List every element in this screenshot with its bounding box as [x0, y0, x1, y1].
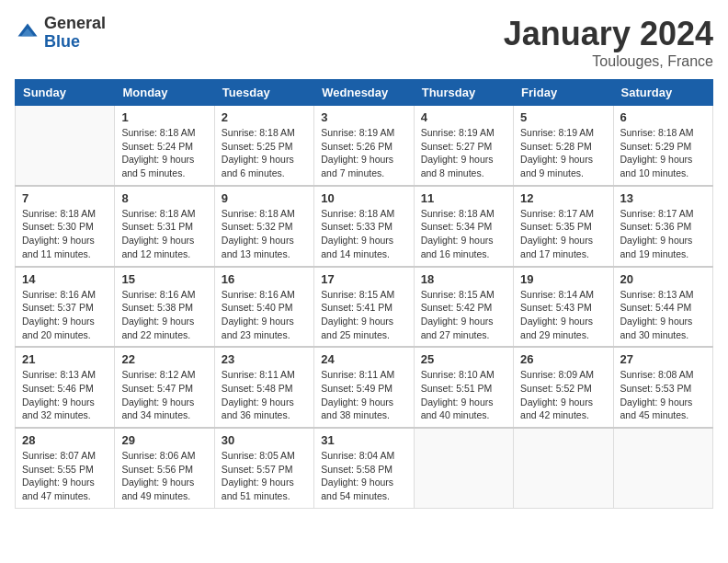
day-info: Sunrise: 8:11 AMSunset: 5:49 PMDaylight:…	[321, 368, 406, 422]
day-info: Sunrise: 8:18 AMSunset: 5:31 PMDaylight:…	[121, 207, 207, 261]
day-number: 30	[222, 433, 307, 447]
day-number: 27	[620, 352, 706, 366]
header-wednesday: Wednesday	[314, 80, 414, 106]
table-row: 27Sunrise: 8:08 AMSunset: 5:53 PMDayligh…	[613, 347, 712, 428]
page-header: General Blue January 2024 Toulouges, Fra…	[15, 15, 713, 70]
table-row: 12Sunrise: 8:17 AMSunset: 5:35 PMDayligh…	[514, 186, 613, 267]
day-info: Sunrise: 8:18 AMSunset: 5:25 PMDaylight:…	[222, 126, 307, 180]
day-number: 17	[321, 272, 406, 286]
day-info: Sunrise: 8:06 AMSunset: 5:56 PMDaylight:…	[121, 449, 207, 503]
table-row: 7Sunrise: 8:18 AMSunset: 5:30 PMDaylight…	[16, 186, 115, 267]
day-info: Sunrise: 8:09 AMSunset: 5:52 PMDaylight:…	[520, 368, 606, 422]
day-number: 5	[520, 110, 606, 124]
table-row: 31Sunrise: 8:04 AMSunset: 5:58 PMDayligh…	[314, 428, 414, 508]
table-row: 23Sunrise: 8:11 AMSunset: 5:48 PMDayligh…	[214, 347, 313, 428]
table-row: 5Sunrise: 8:19 AMSunset: 5:28 PMDaylight…	[514, 106, 613, 186]
day-number: 19	[520, 272, 606, 286]
table-row: 19Sunrise: 8:14 AMSunset: 5:43 PMDayligh…	[514, 267, 613, 348]
day-number: 2	[222, 110, 307, 124]
logo: General Blue	[15, 15, 106, 52]
header-friday: Friday	[514, 80, 613, 106]
table-row	[16, 106, 115, 186]
table-row: 11Sunrise: 8:18 AMSunset: 5:34 PMDayligh…	[414, 186, 513, 267]
calendar-location: Toulouges, France	[504, 53, 713, 70]
day-info: Sunrise: 8:19 AMSunset: 5:28 PMDaylight:…	[520, 126, 606, 180]
day-number: 1	[121, 110, 207, 124]
table-row: 18Sunrise: 8:15 AMSunset: 5:42 PMDayligh…	[414, 267, 513, 348]
table-row: 28Sunrise: 8:07 AMSunset: 5:55 PMDayligh…	[16, 428, 115, 508]
table-row: 14Sunrise: 8:16 AMSunset: 5:37 PMDayligh…	[16, 267, 115, 348]
calendar-table: Sunday Monday Tuesday Wednesday Thursday…	[15, 79, 713, 509]
day-number: 22	[121, 352, 207, 366]
table-row: 6Sunrise: 8:18 AMSunset: 5:29 PMDaylight…	[613, 106, 712, 186]
day-info: Sunrise: 8:16 AMSunset: 5:37 PMDaylight:…	[22, 288, 108, 342]
table-row: 4Sunrise: 8:19 AMSunset: 5:27 PMDaylight…	[414, 106, 513, 186]
day-number: 4	[421, 110, 506, 124]
day-info: Sunrise: 8:15 AMSunset: 5:41 PMDaylight:…	[321, 288, 406, 342]
header-tuesday: Tuesday	[214, 80, 313, 106]
calendar-week-row: 28Sunrise: 8:07 AMSunset: 5:55 PMDayligh…	[16, 428, 713, 508]
table-row: 20Sunrise: 8:13 AMSunset: 5:44 PMDayligh…	[613, 267, 712, 348]
day-info: Sunrise: 8:17 AMSunset: 5:36 PMDaylight:…	[620, 207, 706, 261]
day-info: Sunrise: 8:19 AMSunset: 5:26 PMDaylight:…	[321, 126, 406, 180]
table-row: 17Sunrise: 8:15 AMSunset: 5:41 PMDayligh…	[314, 267, 414, 348]
day-info: Sunrise: 8:18 AMSunset: 5:34 PMDaylight:…	[421, 207, 506, 261]
day-info: Sunrise: 8:16 AMSunset: 5:38 PMDaylight:…	[121, 288, 207, 342]
day-info: Sunrise: 8:13 AMSunset: 5:46 PMDaylight:…	[22, 368, 108, 422]
day-info: Sunrise: 8:16 AMSunset: 5:40 PMDaylight:…	[222, 288, 307, 342]
day-number: 9	[222, 191, 307, 205]
logo-icon	[15, 20, 40, 46]
day-number: 15	[121, 272, 207, 286]
logo-text: General Blue	[44, 15, 106, 52]
table-row	[514, 428, 613, 508]
day-info: Sunrise: 8:17 AMSunset: 5:35 PMDaylight:…	[520, 207, 606, 261]
day-info: Sunrise: 8:18 AMSunset: 5:29 PMDaylight:…	[620, 126, 706, 180]
calendar-week-row: 21Sunrise: 8:13 AMSunset: 5:46 PMDayligh…	[16, 347, 713, 428]
table-row	[414, 428, 513, 508]
table-row: 10Sunrise: 8:18 AMSunset: 5:33 PMDayligh…	[314, 186, 414, 267]
day-number: 10	[321, 191, 406, 205]
day-number: 3	[321, 110, 406, 124]
day-number: 29	[121, 433, 207, 447]
day-number: 16	[222, 272, 307, 286]
day-number: 23	[222, 352, 307, 366]
day-info: Sunrise: 8:19 AMSunset: 5:27 PMDaylight:…	[421, 126, 506, 180]
header-thursday: Thursday	[414, 80, 513, 106]
day-number: 24	[321, 352, 406, 366]
day-info: Sunrise: 8:18 AMSunset: 5:30 PMDaylight:…	[22, 207, 108, 261]
day-info: Sunrise: 8:15 AMSunset: 5:42 PMDaylight:…	[421, 288, 506, 342]
day-info: Sunrise: 8:18 AMSunset: 5:32 PMDaylight:…	[222, 207, 307, 261]
day-info: Sunrise: 8:11 AMSunset: 5:48 PMDaylight:…	[222, 368, 307, 422]
day-info: Sunrise: 8:18 AMSunset: 5:24 PMDaylight:…	[121, 126, 207, 180]
calendar-week-row: 7Sunrise: 8:18 AMSunset: 5:30 PMDaylight…	[16, 186, 713, 267]
table-row: 13Sunrise: 8:17 AMSunset: 5:36 PMDayligh…	[613, 186, 712, 267]
day-number: 11	[421, 191, 506, 205]
table-row: 3Sunrise: 8:19 AMSunset: 5:26 PMDaylight…	[314, 106, 414, 186]
day-info: Sunrise: 8:08 AMSunset: 5:53 PMDaylight:…	[620, 368, 706, 422]
header-sunday: Sunday	[16, 80, 115, 106]
table-row: 15Sunrise: 8:16 AMSunset: 5:38 PMDayligh…	[115, 267, 214, 348]
logo-blue: Blue	[44, 33, 106, 52]
day-info: Sunrise: 8:14 AMSunset: 5:43 PMDaylight:…	[520, 288, 606, 342]
table-row: 22Sunrise: 8:12 AMSunset: 5:47 PMDayligh…	[115, 347, 214, 428]
day-info: Sunrise: 8:04 AMSunset: 5:58 PMDaylight:…	[321, 449, 406, 503]
day-info: Sunrise: 8:05 AMSunset: 5:57 PMDaylight:…	[222, 449, 307, 503]
logo-general: General	[44, 15, 106, 33]
table-row: 2Sunrise: 8:18 AMSunset: 5:25 PMDaylight…	[214, 106, 313, 186]
day-number: 25	[421, 352, 506, 366]
calendar-title: January 2024	[504, 15, 713, 53]
table-row: 26Sunrise: 8:09 AMSunset: 5:52 PMDayligh…	[514, 347, 613, 428]
table-row: 9Sunrise: 8:18 AMSunset: 5:32 PMDaylight…	[214, 186, 313, 267]
day-number: 28	[22, 433, 108, 447]
day-number: 12	[520, 191, 606, 205]
day-number: 6	[620, 110, 706, 124]
table-row: 21Sunrise: 8:13 AMSunset: 5:46 PMDayligh…	[16, 347, 115, 428]
table-row: 8Sunrise: 8:18 AMSunset: 5:31 PMDaylight…	[115, 186, 214, 267]
header-monday: Monday	[115, 80, 214, 106]
header-saturday: Saturday	[613, 80, 712, 106]
day-info: Sunrise: 8:12 AMSunset: 5:47 PMDaylight:…	[121, 368, 207, 422]
day-number: 26	[520, 352, 606, 366]
day-number: 18	[421, 272, 506, 286]
day-number: 7	[22, 191, 108, 205]
table-row: 25Sunrise: 8:10 AMSunset: 5:51 PMDayligh…	[414, 347, 513, 428]
